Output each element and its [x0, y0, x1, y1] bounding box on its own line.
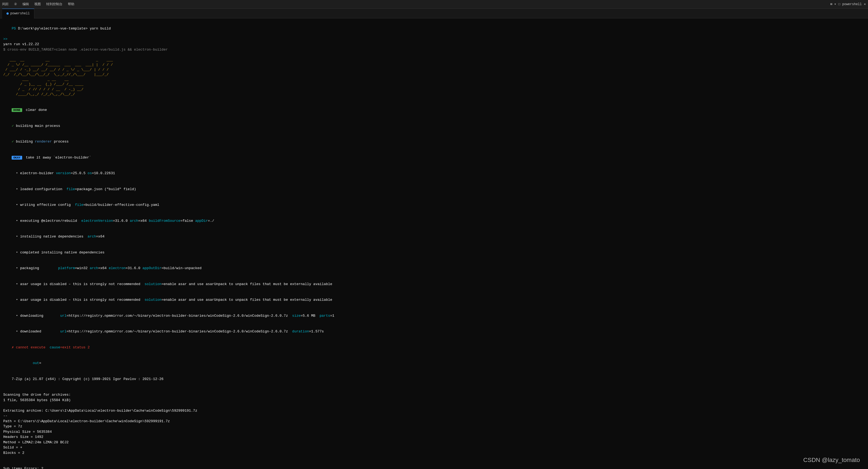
- eb-asar-warn1: • asar usage is disabled – this is stron…: [3, 276, 865, 292]
- solid-line: Solid = +: [3, 445, 865, 450]
- eb-install-done: • completed installing native dependenci…: [3, 244, 865, 261]
- titlebar-right: ⊞ ▾ □ powershell ✕: [830, 2, 866, 6]
- terminal-container[interactable]: PS D:\work\py\electron-vue-template> yar…: [0, 19, 868, 469]
- menu-spacing[interactable]: 间距: [2, 2, 9, 6]
- ascii-art-block: ___ __ __ _ ___ / _ \/ /__ _____/ /_____…: [3, 58, 865, 97]
- watermark: CSDN @lazy_tomato: [803, 457, 860, 464]
- eb-out-label1: out=: [3, 355, 865, 371]
- tab-bar: powershell: [0, 9, 868, 19]
- menu-edit[interactable]: 编辑: [23, 2, 29, 6]
- eb-downloading: • downloading url=https://registry.npmmi…: [3, 308, 865, 324]
- close-icon[interactable]: ✕: [864, 2, 866, 6]
- files-count1: 1 file, 5635384 bytes (5504 KiB): [3, 398, 865, 403]
- headers-size: Headers Size = 1492: [3, 434, 865, 440]
- prompt-line: PS D:\work\py\electron-vue-template> yar…: [3, 21, 865, 36]
- cross-env-cmd: $ cross-env BUILD_TARGET=clean node .ele…: [3, 47, 865, 53]
- menu-goto[interactable]: 转到控制台: [46, 2, 62, 6]
- eb-config: • loaded configuration file=package.json…: [3, 181, 865, 197]
- tab-label: powershell: [10, 11, 30, 16]
- tab-indicator: [6, 12, 9, 14]
- titlebar-left: 间距 ② 编辑 视图 转到控制台 帮助: [2, 2, 74, 6]
- eb-asar-warn2: • asar usage is disabled – this is stron…: [3, 292, 865, 308]
- eb-effective: • writing effective config file=build/bu…: [3, 197, 865, 213]
- scanning1: Scanning the drive for archives:: [3, 392, 865, 398]
- eb-packaging: • packaging platform=win32 arch=x64 elec…: [3, 261, 865, 276]
- split-icon[interactable]: ⊞ ▾: [830, 2, 836, 6]
- eb-rebuild: • executing @electron/rebuild electronVe…: [3, 213, 865, 229]
- check-renderer: ✓ building renderer process: [3, 134, 865, 150]
- sevenzip-version1: 7-Zip (a) 21.07 (x64) : Copyright (c) 19…: [3, 371, 865, 387]
- menu-view[interactable]: 视图: [34, 2, 41, 6]
- separator: --: [3, 413, 865, 419]
- titlebar: 间距 ② 编辑 视图 转到控制台 帮助 ⊞ ▾ □ powershell ✕: [0, 0, 868, 9]
- eb-downloaded: • downloaded url=https://registry.npmmir…: [3, 324, 865, 340]
- eb-install-native: • installing native dependencies arch=x6…: [3, 229, 865, 245]
- done-line: DONE clear done: [3, 102, 865, 118]
- menu-help[interactable]: 帮助: [68, 2, 74, 6]
- phys-size: Physical Size = 5635384: [3, 429, 865, 435]
- path-line: Path = C:\Users\1\AppData\Local\electron…: [3, 419, 865, 424]
- blocks-line: Blocks = 2: [3, 450, 865, 456]
- extracting1: Extracting archive: C:\Users\1\AppData\L…: [3, 408, 865, 414]
- tab-powershell[interactable]: powershell: [2, 9, 34, 19]
- yarn-version: yarn run v1.22.22: [3, 42, 865, 47]
- okay-line: OKAY take it away `electron-builder`: [3, 150, 865, 166]
- method-line: Method = LZMA2:24m LZMA:20 BCJ2: [3, 440, 865, 445]
- sub-errors1: Sub items Errors: 2: [3, 466, 865, 469]
- terminal-title: □ powershell: [838, 2, 862, 6]
- prompt-arrow: >>: [3, 36, 865, 42]
- type-line: Type = 7z: [3, 424, 865, 429]
- menu-item-2[interactable]: ②: [14, 2, 17, 6]
- check-main: ✓ building main process: [3, 118, 865, 134]
- eb-cannot-execute1: ✗ cannot execute cause=exit status 2: [3, 340, 865, 355]
- eb-version: • electron-builder version=25.0.5 os=10.…: [3, 166, 865, 181]
